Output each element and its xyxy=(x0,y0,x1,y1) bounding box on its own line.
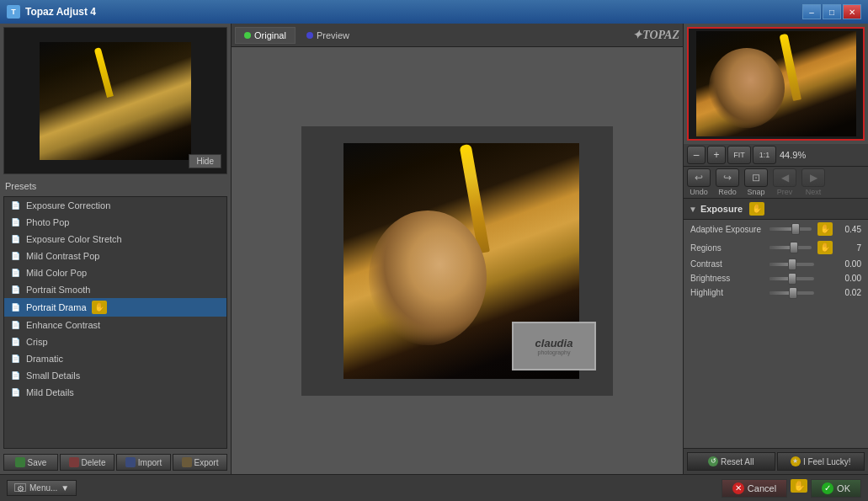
settings-icon: ⚙ xyxy=(14,483,26,492)
presets-list[interactable]: 📄Exposure Correction📄Photo Pop📄Exposure … xyxy=(3,196,227,449)
ok-icon: ✓ xyxy=(822,482,833,494)
next-icon: ▶ xyxy=(801,168,825,187)
adaptive-exposure-slider[interactable] xyxy=(769,227,812,231)
redo-icon: ↪ xyxy=(716,168,739,187)
redo-button[interactable]: ↪ Redo xyxy=(716,168,739,196)
highlight-slider[interactable] xyxy=(769,291,814,295)
title-bar: T Topaz Adjust 4 – □ ✕ xyxy=(0,0,868,24)
zoom-controls: – + FIT 1:1 44.9% xyxy=(684,144,868,167)
exposure-section-header[interactable]: ▼ Exposure ✋ xyxy=(684,199,868,220)
undo-icon: ↩ xyxy=(687,168,711,187)
import-icon xyxy=(125,457,136,467)
preset-item-photo_pop[interactable]: 📄Photo Pop xyxy=(4,214,226,231)
nav-controls: ↩ Undo ↪ Redo ⊡ Snap ◀ Prev ▶ Next xyxy=(684,167,868,199)
presets-label: Presets xyxy=(0,178,231,195)
preset-icon: 📄 xyxy=(9,216,21,228)
prev-icon: ◀ xyxy=(773,168,796,187)
feel-lucky-button[interactable]: ★ I Feel Lucky! xyxy=(777,452,865,471)
contrast-row: Contrast 0.00 xyxy=(684,257,868,271)
tab-preview[interactable]: Preview xyxy=(297,27,359,44)
next-button[interactable]: ▶ Next xyxy=(801,168,825,196)
preview-dot xyxy=(306,32,313,39)
highlight-row: Highlight 0.02 xyxy=(684,285,868,300)
minimize-button[interactable]: – xyxy=(802,4,821,19)
image-area: claudia photography xyxy=(232,47,683,474)
preset-item-mild_color_pop[interactable]: 📄Mild Color Pop xyxy=(4,264,226,281)
preset-icon: 📄 xyxy=(9,319,21,331)
cancel-icon: ✕ xyxy=(732,482,744,494)
delete-button[interactable]: Delete xyxy=(60,454,114,471)
preset-icon: 📄 xyxy=(9,233,21,245)
hide-button[interactable]: Hide xyxy=(189,154,221,168)
regions-slider[interactable] xyxy=(769,246,812,249)
bottom-bar: ⚙ Menu... ▼ ✕ Cancel ✋ ✓ OK xyxy=(0,474,868,501)
lucky-icon: ★ xyxy=(791,456,801,466)
section-collapse-icon: ▼ xyxy=(689,205,697,214)
preset-item-mild_contrast_pop[interactable]: 📄Mild Contrast Pop xyxy=(4,248,226,264)
preset-item-exposure_color_stretch[interactable]: 📄Exposure Color Stretch xyxy=(4,231,226,248)
view-tabs: Original Preview ✦TOPAZ xyxy=(232,24,683,47)
portrait-drama-arrow-icon: ✋ xyxy=(92,301,107,314)
main-container: Hide Presets 📄Exposure Correction📄Photo … xyxy=(0,24,868,501)
preset-icon: 📄 xyxy=(9,301,21,313)
topaz-logo: ✦TOPAZ xyxy=(632,28,679,42)
regions-hand-icon[interactable]: ✋ xyxy=(817,241,833,254)
prev-button[interactable]: ◀ Prev xyxy=(773,168,796,196)
zoom-level: 44.9% xyxy=(780,150,806,160)
menu-button[interactable]: ⚙ Menu... ▼ xyxy=(7,480,77,496)
preset-item-enhance_contrast[interactable]: 📄Enhance Contrast xyxy=(4,317,226,333)
preset-item-portrait_smooth[interactable]: 📄Portrait Smooth xyxy=(4,281,226,298)
zoom-1to1-button[interactable]: 1:1 xyxy=(753,146,776,164)
preset-item-dramatic[interactable]: 📄Dramatic xyxy=(4,350,226,367)
menu-chevron-icon: ▼ xyxy=(61,483,69,493)
preview-thumbnail: Hide xyxy=(3,27,227,174)
adaptive-exposure-hand-icon[interactable]: ✋ xyxy=(817,222,833,236)
ok-button[interactable]: ✓ OK xyxy=(811,479,861,498)
preset-item-mild_details[interactable]: 📄Mild Details xyxy=(4,384,226,401)
zoom-fit-button[interactable]: FIT xyxy=(727,146,751,164)
export-icon xyxy=(182,457,192,467)
save-button[interactable]: Save xyxy=(3,454,58,471)
adjustments-panel: ▼ Exposure ✋ Adaptive Exposure ✋ 0.45 xyxy=(684,199,868,448)
contrast-slider[interactable] xyxy=(769,263,814,266)
adaptive-exposure-row: Adaptive Exposure ✋ 0.45 xyxy=(684,220,868,238)
maximize-button[interactable]: □ xyxy=(823,4,841,19)
preset-item-small_details[interactable]: 📄Small Details xyxy=(4,367,226,384)
content-area: Hide Presets 📄Exposure Correction📄Photo … xyxy=(0,24,868,474)
reset-icon: ↺ xyxy=(708,456,718,466)
app-icon: T xyxy=(7,5,20,19)
center-panel: Original Preview ✦TOPAZ xyxy=(232,24,683,474)
cancel-button[interactable]: ✕ Cancel xyxy=(722,479,787,498)
preset-item-exposure_correction[interactable]: 📄Exposure Correction xyxy=(4,197,226,214)
preset-item-crisp[interactable]: 📄Crisp xyxy=(4,333,226,350)
preset-icon: 📄 xyxy=(9,370,21,381)
bottom-right: ✕ Cancel ✋ ✓ OK xyxy=(722,479,861,498)
app-title: Topaz Adjust 4 xyxy=(25,6,96,18)
brightness-slider[interactable] xyxy=(769,277,814,280)
preset-icon: 📄 xyxy=(9,200,21,211)
preset-icon: 📄 xyxy=(9,336,21,348)
preset-icon: 📄 xyxy=(9,250,21,262)
preset-item-portrait_drama[interactable]: 📄Portrait Drama✋ xyxy=(4,298,226,317)
exposure-hand-icon: ✋ xyxy=(749,202,764,216)
tab-original[interactable]: Original xyxy=(235,27,296,44)
zoom-plus-button[interactable]: + xyxy=(707,146,726,164)
close-button[interactable]: ✕ xyxy=(843,4,861,19)
undo-button[interactable]: ↩ Undo xyxy=(687,168,711,196)
export-button[interactable]: Export xyxy=(173,454,227,471)
preset-icon: 📄 xyxy=(9,386,21,398)
hand-icon: ✋ xyxy=(791,479,807,493)
right-panel: – + FIT 1:1 44.9% ↩ Undo ↪ Redo ⊡ S xyxy=(683,24,868,474)
reset-all-button[interactable]: ↺ Reset All xyxy=(687,452,775,471)
regions-row: Regions ✋ 7 xyxy=(684,238,868,257)
bottom-buttons: Save Delete Import Export xyxy=(0,450,231,474)
thumbnail-area xyxy=(687,27,865,141)
delete-icon xyxy=(69,457,79,467)
zoom-out-button[interactable]: – xyxy=(687,146,706,164)
preset-icon: 📄 xyxy=(9,267,21,279)
original-dot xyxy=(244,32,251,39)
left-panel: Hide Presets 📄Exposure Correction📄Photo … xyxy=(0,24,232,474)
preset-icon: 📄 xyxy=(9,284,21,296)
snap-button[interactable]: ⊡ Snap xyxy=(744,168,768,196)
import-button[interactable]: Import xyxy=(116,454,171,471)
